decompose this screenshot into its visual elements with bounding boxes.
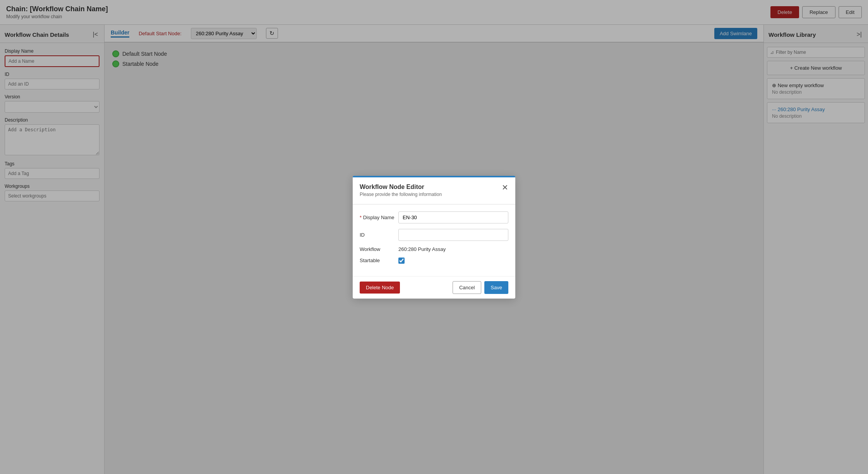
modal-startable-field: Startable [360,258,508,264]
workflow-node-editor-modal: Workflow Node Editor Please provide the … [353,176,515,299]
modal-subtitle: Please provide the following information [360,192,442,197]
modal-title: Workflow Node Editor [360,184,442,191]
modal-close-button[interactable]: ✕ [502,184,508,191]
modal-display-name-input[interactable] [398,211,508,223]
delete-node-button[interactable]: Delete Node [360,282,400,294]
modal-workflow-value: 260:280 Purity Assay [398,246,508,252]
save-button[interactable]: Save [484,281,508,294]
modal-id-field: ID [360,229,508,241]
cancel-button[interactable]: Cancel [453,281,481,294]
modal-header: Workflow Node Editor Please provide the … [353,177,515,201]
modal-workflow-field: Workflow 260:280 Purity Assay [360,246,508,252]
modal-body: * Display Name ID Workflow 260:280 Purit… [353,208,515,276]
modal-display-name-field: * Display Name [360,211,508,223]
modal-startable-label: Startable [360,258,398,263]
required-asterisk: * [360,215,362,220]
modal-footer: Delete Node Cancel Save [353,276,515,299]
modal-id-input[interactable] [398,229,508,241]
startable-checkbox[interactable] [398,258,405,264]
modal-workflow-label: Workflow [360,246,398,252]
modal-footer-right: Cancel Save [453,281,508,294]
modal-display-name-label: * Display Name [360,215,398,220]
modal-id-label: ID [360,232,398,238]
modal-title-block: Workflow Node Editor Please provide the … [360,184,442,197]
modal-overlay: Workflow Node Editor Please provide the … [0,0,868,474]
